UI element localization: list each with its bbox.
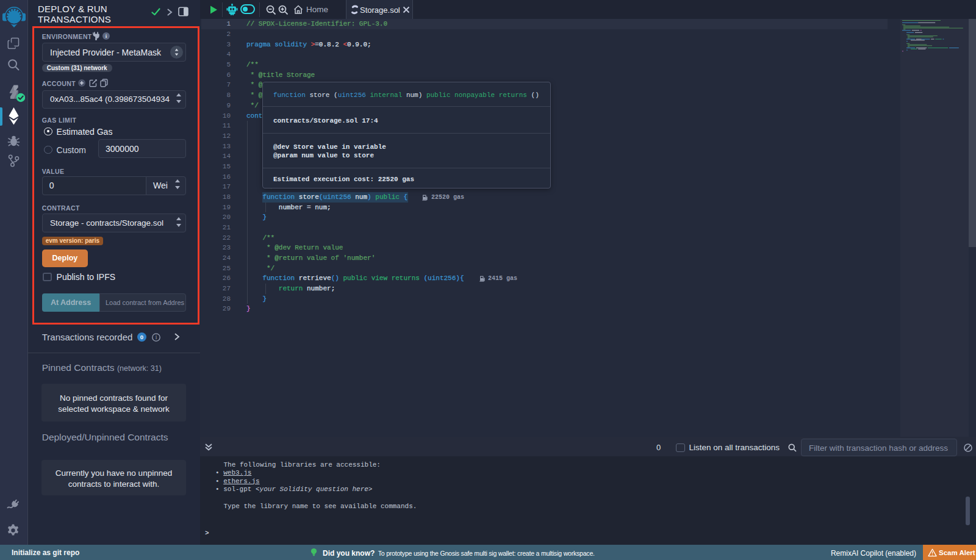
svg-text:i: i — [156, 334, 157, 340]
